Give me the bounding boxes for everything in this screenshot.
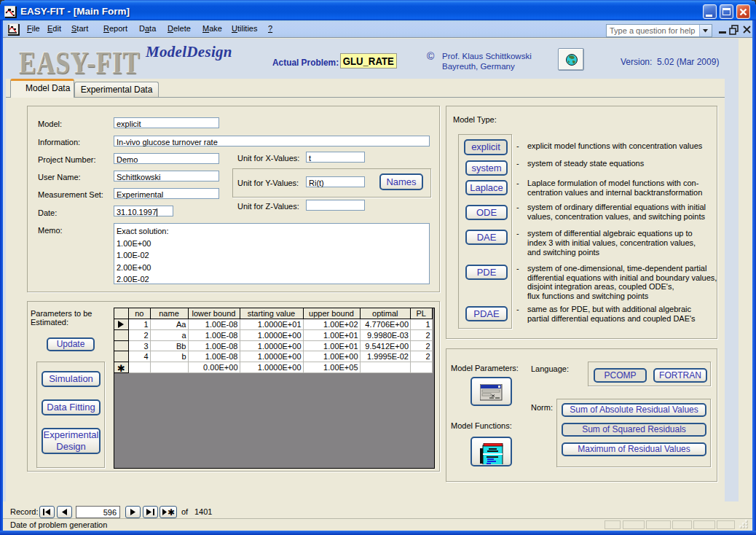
svg-text:✱: ✱ (168, 508, 175, 516)
